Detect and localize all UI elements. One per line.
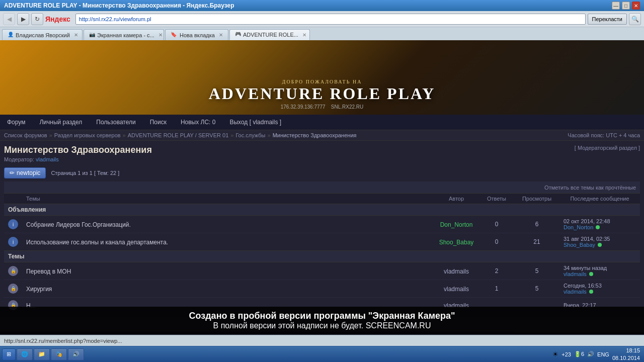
- author-link[interactable]: vladmails: [444, 268, 469, 275]
- temperature: +23: [561, 351, 571, 357]
- moderator-link[interactable]: vladmails: [36, 156, 59, 162]
- forum-moderator: Модератор: vladmails: [4, 156, 152, 162]
- weather-icon: ☀: [552, 350, 558, 358]
- tab-label: Нова вкладка: [180, 32, 215, 38]
- mark-read-link[interactable]: Отметить все темы как прочтённые: [544, 185, 636, 191]
- replies-count: 1: [479, 280, 514, 298]
- tab-vladislav[interactable]: 👤 Владислав Яворский ✕: [2, 29, 83, 40]
- tab-close-icon[interactable]: ✕: [302, 32, 306, 38]
- tab-screencam[interactable]: 📷 Экранная камера - с... ✕: [84, 29, 164, 40]
- last-post-author[interactable]: vladmails: [564, 289, 587, 295]
- last-post-author[interactable]: Don_Norton: [564, 224, 593, 230]
- online-indicator: [598, 243, 602, 247]
- tab-favicon: 🔖: [171, 32, 178, 39]
- nav-logout[interactable]: Выход [ vladmails ]: [222, 117, 288, 128]
- table-row: iСобрание Лидеров Гос.Организаций.Don_No…: [4, 216, 640, 233]
- bc-adventure-server[interactable]: ADVENTURE ROLE PLAY / SERVER 01: [128, 132, 229, 138]
- nav-messages[interactable]: Новых ЛС: 0: [174, 117, 223, 128]
- bc-forum-list[interactable]: Список форумов: [4, 132, 47, 138]
- forward-button[interactable]: ▶: [17, 13, 29, 25]
- address-bar[interactable]: http://snl.rx22.ru/viewforum.pl: [75, 14, 586, 25]
- table-row: 🔒Н...vladmailsВчера, 22:17: [4, 298, 640, 313]
- topic-title[interactable]: Использование гос.волны и канала департа…: [26, 239, 168, 246]
- nav-users[interactable]: Пользователи: [89, 117, 142, 128]
- last-post-author[interactable]: Shoo_Babay: [564, 242, 595, 248]
- translate-button[interactable]: Перекласти: [588, 14, 627, 25]
- author-link[interactable]: vladmails: [444, 302, 469, 309]
- replies-count: [479, 298, 514, 313]
- status-bar: http://snl.rx22.ru/memberlist.php?mode=v…: [0, 335, 644, 346]
- taskbar-media[interactable]: 🎭: [51, 348, 67, 360]
- topic-title[interactable]: Хирургия: [26, 286, 52, 293]
- section-header: Темы: [4, 251, 640, 262]
- bc-gov-services[interactable]: Гос.службы: [235, 132, 265, 138]
- replies-count: 0: [479, 216, 514, 233]
- col-views: Просмотры: [514, 194, 559, 204]
- topic-icon: 🔒: [8, 300, 18, 310]
- taskbar-volume[interactable]: 🔊: [68, 348, 84, 360]
- last-post-date: Вчера, 22:17: [564, 302, 636, 308]
- views-count: 6: [514, 216, 559, 233]
- last-post-author[interactable]: vladmails: [564, 271, 587, 277]
- topic-title[interactable]: Н...: [26, 302, 36, 309]
- topic-icon: 🔒: [8, 266, 18, 276]
- new-topic-button[interactable]: ✏ newtopic: [4, 167, 46, 178]
- nav-search[interactable]: Поиск: [143, 117, 174, 128]
- tab-close-icon[interactable]: ✕: [219, 32, 223, 38]
- window-controls: — □ ✕: [612, 2, 640, 10]
- time: 18:15: [612, 347, 640, 354]
- replies-count: 0: [479, 233, 514, 251]
- status-text: http://snl.rx22.ru/memberlist.php?mode=v…: [4, 338, 122, 344]
- title-bar: ADVENTURE ROLE PLAY - Министерство Здрав…: [0, 0, 644, 11]
- minimize-button[interactable]: —: [612, 2, 620, 10]
- col-icon: [4, 194, 22, 204]
- author-link[interactable]: Shoo_Babay: [439, 239, 474, 246]
- back-button[interactable]: ◀: [3, 13, 15, 25]
- bc-current: Министерство Здравоохранения: [273, 132, 357, 138]
- banner-title: ADVENTURE ROLE PLAY: [209, 84, 436, 103]
- search-icon[interactable]: 🔍: [629, 13, 641, 25]
- forum-table: Темы Автор Ответы Просмотры Последнее со…: [4, 194, 640, 313]
- taskbar: ⊞ 🌐 📁 🎭 🔊 ☀ +23 🔋6 🔊 ENG 18:15 08.10.201…: [0, 346, 644, 362]
- topic-title[interactable]: Перевод в МОН: [26, 268, 71, 275]
- breadcrumb-bar: Список форумов » Раздел игровых серверов…: [0, 130, 644, 141]
- pagination: Страница 1 из 1 [ Тем: 22 ]: [51, 170, 119, 176]
- tab-close-icon[interactable]: ✕: [74, 32, 78, 38]
- nav-personal[interactable]: Личный раздел: [32, 117, 89, 128]
- date: 08.10.2014: [612, 354, 640, 361]
- topic-icon: 🔒: [8, 284, 18, 294]
- mod-section-link[interactable]: [ Модераторский раздел ]: [575, 145, 640, 151]
- mark-read-bar: Отметить все темы как прочтённые: [4, 182, 640, 194]
- last-post: 31 авг 2014, 02:35Shoo_Babay: [559, 233, 640, 251]
- tab-adventure[interactable]: 🎮 ADVENTURE ROLE... ✕: [229, 29, 310, 40]
- taskbar-ie[interactable]: 🌐: [17, 348, 33, 360]
- site-banner: ДОБРО ПОЖАЛОВАТЬ НА ADVENTURE ROLE PLAY …: [0, 40, 644, 115]
- topic-title[interactable]: Собрание Лидеров Гос.Организаций.: [26, 221, 131, 228]
- refresh-button[interactable]: ↻: [31, 13, 43, 25]
- taskbar-explorer[interactable]: 📁: [34, 348, 50, 360]
- forum-title: Министерство Здравоохранения: [4, 145, 152, 155]
- bc-game-servers[interactable]: Раздел игровых серверов: [54, 132, 121, 138]
- col-author: Автор: [434, 194, 479, 204]
- tab-close-icon[interactable]: ✕: [158, 32, 163, 38]
- banner-text: ДОБРО ПОЖАЛОВАТЬ НА ADVENTURE ROLE PLAY …: [209, 79, 436, 115]
- close-button[interactable]: ✕: [632, 2, 640, 10]
- tab-new[interactable]: 🔖 Нова вкладка ✕: [165, 29, 228, 40]
- section-header: Объявления: [4, 204, 640, 216]
- start-button[interactable]: ⊞: [2, 348, 16, 360]
- nav-forum[interactable]: Форум: [0, 117, 32, 128]
- window-title: ADVENTURE ROLE PLAY - Министерство Здрав…: [4, 2, 234, 9]
- topic-icon: i: [8, 219, 18, 229]
- views-count: 5: [514, 280, 559, 298]
- online-indicator: [589, 290, 593, 294]
- views-count: 5: [514, 262, 559, 280]
- author-link[interactable]: Don_Norton: [440, 221, 473, 228]
- breadcrumb: Список форумов » Раздел игровых серверов…: [4, 132, 356, 138]
- maximize-button[interactable]: □: [622, 2, 630, 10]
- timezone: Часовой пояс: UTC + 4 часа: [568, 132, 640, 138]
- address-text: http://snl.rx22.ru/viewforum.pl: [79, 16, 151, 22]
- author-link[interactable]: vladmails: [444, 286, 469, 293]
- last-post-date: Сегодня, 16:53: [564, 283, 636, 289]
- toolbar-row: ✏ newtopic Страница 1 из 1 [ Тем: 22 ]: [4, 167, 640, 178]
- last-post-date: 02 окт 2014, 22:48: [564, 218, 636, 224]
